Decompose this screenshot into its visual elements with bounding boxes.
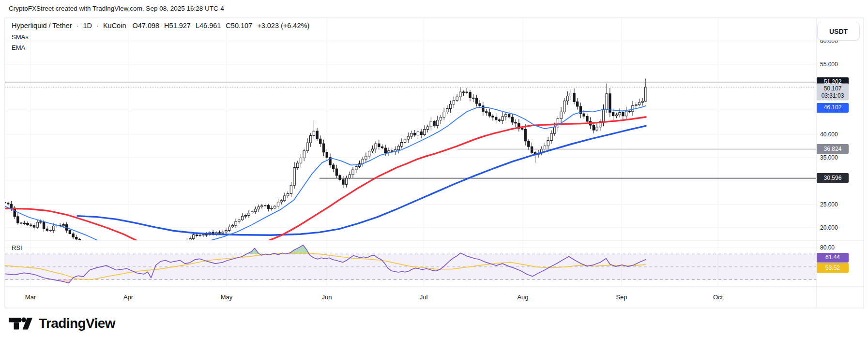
indicator-smas-label[interactable]: SMAs xyxy=(12,34,309,40)
price-axis-label-25.000: 25.000 xyxy=(820,201,838,208)
time-axis-label-Apr: Apr xyxy=(123,293,133,301)
price-chip-36.824: 36.824 xyxy=(817,144,849,154)
tradingview-logo-text: TradingView xyxy=(39,316,115,331)
time-axis-label-Aug: Aug xyxy=(517,293,528,301)
price-axis-label-35.000: 35.000 xyxy=(820,154,838,161)
price-chip-46.102: 46.102 xyxy=(817,103,849,113)
rsi-chip-53.52: 53.52 xyxy=(817,263,849,273)
symbol-row[interactable]: Hyperliquid / Tether · 1D · KuCoin O47.0… xyxy=(12,22,309,29)
rsi-chip-61.44: 61.44 xyxy=(817,253,849,263)
price-axis-label-55.000: 55.000 xyxy=(820,61,838,68)
price-chip-30.596: 30.596 xyxy=(817,173,849,183)
time-axis-label-Mar: Mar xyxy=(25,293,36,301)
time-axis-label-May: May xyxy=(221,293,233,301)
tradingview-logo[interactable]: TradingView xyxy=(9,316,115,331)
countdown-timer: 03:31:03 xyxy=(820,92,845,99)
open-value: O47.098 xyxy=(132,22,159,29)
change-value: +3.023 (+6.42%) xyxy=(257,22,309,29)
separator-dot: · xyxy=(96,22,99,29)
symbol-title[interactable]: Hyperliquid / Tether xyxy=(12,22,72,29)
interval-label[interactable]: 1D xyxy=(83,22,92,29)
indicator-ema-label[interactable]: EMA xyxy=(12,44,309,51)
tradingview-logo-icon xyxy=(9,317,33,330)
separator-dot: · xyxy=(76,22,79,29)
tradingview-snapshot-page: CryptoFXStreet created with TradingView.… xyxy=(0,0,868,352)
chart-legend: Hyperliquid / Tether · 1D · KuCoin O47.0… xyxy=(12,22,309,51)
close-value: C50.107 xyxy=(226,22,252,29)
time-axis-label-Jun: Jun xyxy=(322,293,332,301)
exchange-label[interactable]: KuCoin xyxy=(103,22,126,29)
time-axis-label-Oct: Oct xyxy=(713,293,723,301)
currency-unit-button[interactable]: USDT xyxy=(817,22,860,41)
time-axis-label-Sep: Sep xyxy=(616,293,627,301)
low-value: L46.961 xyxy=(196,22,221,29)
high-value: H51.927 xyxy=(164,22,191,29)
time-axis-label-Jul: Jul xyxy=(420,293,428,301)
price-chip-50.107: 50.10703:31:03 xyxy=(817,84,849,101)
rsi-axis-label-80.00: 80.00 xyxy=(820,244,835,251)
price-axis-label-40.000: 40.000 xyxy=(820,131,838,138)
ohlc-values: O47.098 H51.927 L46.961 C50.107 +3.023 (… xyxy=(132,22,309,29)
rsi-pane-title[interactable]: RSI xyxy=(12,244,22,251)
price-axis-label-20.000: 20.000 xyxy=(820,224,838,231)
